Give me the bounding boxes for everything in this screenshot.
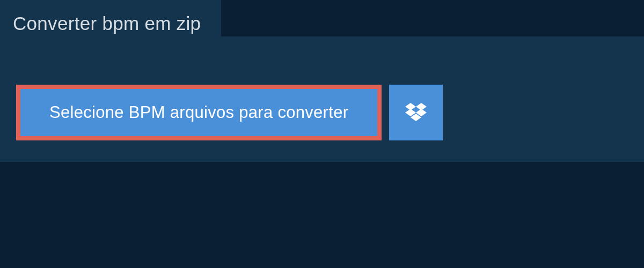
select-button-highlight: Selecione BPM arquivos para converter bbox=[16, 85, 382, 140]
action-row: Selecione BPM arquivos para converter bbox=[0, 69, 644, 140]
dropbox-icon bbox=[405, 103, 427, 122]
dropbox-button[interactable] bbox=[389, 85, 443, 140]
page-title: Converter bpm em zip bbox=[13, 13, 201, 34]
tab-header: Converter bpm em zip bbox=[0, 0, 221, 46]
select-files-button[interactable]: Selecione BPM arquivos para converter bbox=[20, 89, 377, 136]
converter-panel: Converter bpm em zip Selecione BPM arqui… bbox=[0, 36, 644, 162]
